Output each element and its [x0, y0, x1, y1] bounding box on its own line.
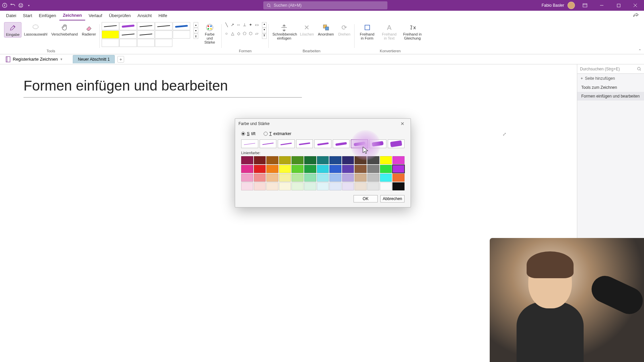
color-thickness-button[interactable]: Farbe und Stärke [200, 22, 220, 45]
ok-button[interactable]: OK [354, 195, 378, 202]
color-swatch[interactable] [317, 165, 329, 173]
shape-para[interactable]: ▱ [254, 31, 259, 36]
color-swatch[interactable] [317, 182, 329, 190]
color-swatch[interactable] [254, 165, 266, 173]
color-swatch[interactable] [380, 182, 392, 190]
color-swatch[interactable] [355, 174, 367, 182]
color-swatch[interactable] [329, 156, 341, 164]
page-link-2[interactable]: Formen einfügen und bearbeiten [577, 92, 644, 101]
color-swatch[interactable] [392, 174, 405, 182]
insert-space-button[interactable]: Schreibbereich einfügen [271, 22, 298, 41]
gallery-more-icon[interactable]: ⊻ [194, 34, 198, 39]
search-box[interactable]: Suchen (Alt+M) [263, 1, 387, 9]
tool-eingabe[interactable]: Eingabe [4, 22, 21, 38]
color-swatch[interactable] [241, 156, 253, 164]
color-swatch[interactable] [342, 182, 354, 190]
color-swatch[interactable] [317, 174, 329, 182]
menu-hilfe[interactable]: Hilfe [155, 11, 170, 20]
color-swatch[interactable] [392, 182, 405, 190]
color-swatch[interactable] [355, 156, 367, 164]
color-swatch[interactable] [279, 174, 291, 182]
color-swatch[interactable] [241, 182, 253, 190]
color-swatch[interactable] [291, 182, 304, 190]
color-swatch[interactable] [392, 165, 405, 173]
pen-purple-1[interactable] [119, 22, 137, 30]
color-swatch[interactable] [266, 156, 278, 164]
color-swatch[interactable] [254, 182, 266, 190]
ribbon-mode-icon[interactable] [578, 1, 592, 10]
tool-lasso[interactable]: Lassoauswahl [22, 22, 49, 38]
arrange-button[interactable]: Anordnen [316, 22, 336, 41]
menu-datei[interactable]: Datei [3, 11, 19, 20]
pen-thin[interactable] [137, 22, 155, 30]
menu-zeichnen[interactable]: Zeichnen [59, 11, 85, 20]
pen-empty-1[interactable] [155, 31, 172, 39]
color-swatch[interactable] [317, 156, 329, 164]
color-swatch[interactable] [367, 156, 379, 164]
color-swatch[interactable] [342, 174, 354, 182]
color-swatch[interactable] [266, 182, 278, 190]
color-swatch[interactable] [279, 165, 291, 173]
ink-to-math-button[interactable]: Freihand in Gleichung [401, 22, 424, 41]
pen-empty-4[interactable] [119, 39, 137, 47]
thickness-5[interactable] [314, 139, 331, 148]
qat-dropdown-icon[interactable]: ▾ [26, 3, 32, 8]
shape-rect[interactable]: ▭ [254, 22, 259, 27]
color-swatch[interactable] [342, 165, 354, 173]
back-icon[interactable] [2, 3, 7, 8]
color-swatch[interactable] [304, 182, 316, 190]
shape-hex[interactable]: ⬡ [248, 31, 253, 36]
radio-stift[interactable]: Stift [241, 131, 256, 136]
color-swatch[interactable] [241, 174, 253, 182]
gallery-up-icon[interactable]: ▴ [194, 22, 198, 27]
pen-empty-3[interactable] [102, 39, 119, 47]
pen-black[interactable] [102, 22, 119, 30]
thickness-9[interactable] [388, 139, 405, 148]
shape-oval[interactable]: ○ [224, 31, 229, 36]
color-swatch[interactable] [329, 174, 341, 182]
color-swatch[interactable] [291, 174, 304, 182]
menu-ueberpruefen[interactable]: Überprüfen [106, 11, 134, 20]
share-icon[interactable] [633, 13, 639, 18]
add-section-button[interactable]: + [117, 56, 124, 63]
color-swatch[interactable] [355, 165, 367, 173]
shapes-gallery[interactable]: ╲ ↗ ↔ ⊥ ✦ ▭ ○ △ ◇ ⬠ ⬡ ▱ [224, 22, 261, 39]
color-swatch[interactable] [304, 165, 316, 173]
shapes-up-icon[interactable]: ▴ [262, 22, 267, 27]
menu-einfuegen[interactable]: Einfügen [36, 11, 59, 20]
menu-start[interactable]: Start [19, 11, 35, 20]
color-swatch[interactable] [291, 165, 304, 173]
shape-diamond[interactable]: ◇ [236, 31, 241, 36]
emoji-icon[interactable] [18, 3, 23, 8]
color-swatch[interactable] [254, 156, 266, 164]
color-swatch[interactable] [367, 165, 379, 173]
color-swatch[interactable] [304, 156, 316, 164]
color-swatch[interactable] [329, 165, 341, 173]
pen-black-2[interactable] [119, 31, 137, 39]
color-swatch[interactable] [342, 156, 354, 164]
menu-ansicht[interactable]: Ansicht [134, 11, 155, 20]
minimize-icon[interactable] [595, 1, 608, 10]
close-icon[interactable] [629, 1, 642, 10]
color-swatch[interactable] [304, 174, 316, 182]
collapse-ribbon-icon[interactable]: ⌃ [638, 49, 641, 53]
pen-empty-2[interactable] [173, 31, 190, 39]
user-name[interactable]: Fabio Basler [542, 3, 564, 8]
menu-verlauf[interactable]: Verlauf [85, 11, 105, 20]
shape-axes3d[interactable]: ✦ [248, 22, 253, 27]
undo-icon[interactable] [10, 3, 15, 8]
shape-tri[interactable]: △ [230, 31, 235, 36]
thickness-2[interactable] [260, 139, 277, 148]
shape-line[interactable]: ╲ [224, 22, 229, 27]
color-swatch[interactable] [266, 174, 278, 182]
color-swatch[interactable] [254, 174, 266, 182]
shapes-more-icon[interactable]: ⊻ [262, 34, 267, 39]
avatar[interactable] [568, 2, 575, 9]
notebook-selector[interactable]: Registerkarte Zeichnen ▼ [2, 56, 66, 62]
tool-radierer[interactable]: Radierer [80, 22, 98, 38]
color-swatch[interactable] [380, 156, 392, 164]
color-swatch[interactable] [266, 165, 278, 173]
color-swatch[interactable] [241, 165, 253, 173]
thickness-1[interactable] [241, 139, 258, 148]
ink-to-shape-button[interactable]: Freihand in Form [357, 22, 378, 41]
